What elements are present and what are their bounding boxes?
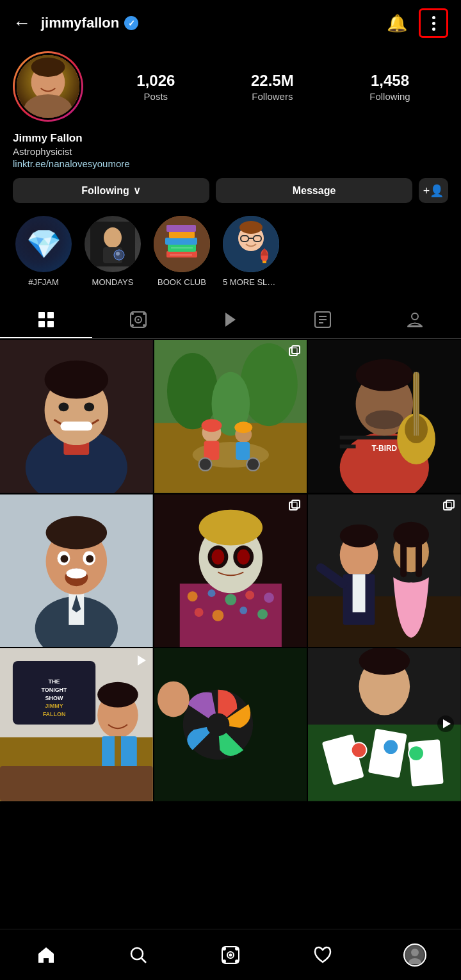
- grid-cell-9[interactable]: [308, 648, 461, 801]
- more-options-button[interactable]: [419, 8, 448, 38]
- grid-cell-3[interactable]: T-BIRD: [308, 340, 461, 493]
- grid-image-7: THE TONIGHT SHOW JIMMY FALLON: [0, 648, 153, 801]
- play-button-icon: [134, 653, 148, 667]
- bottom-spacer: [0, 801, 461, 853]
- grid-cell-8[interactable]: [154, 648, 307, 801]
- svg-point-166: [236, 960, 238, 963]
- svg-point-102: [225, 594, 236, 605]
- svg-point-103: [245, 591, 254, 600]
- svg-point-153: [408, 746, 424, 761]
- svg-point-137: [97, 682, 138, 708]
- grid-cell-4[interactable]: [0, 494, 153, 648]
- tab-reels[interactable]: [92, 302, 184, 338]
- play-button-icon-9: [437, 715, 455, 733]
- add-friend-button[interactable]: +👤: [419, 178, 448, 203]
- svg-point-51: [84, 402, 94, 411]
- posts-label: Posts: [144, 91, 168, 102]
- multi-icon-2: [289, 345, 302, 361]
- svg-point-35: [131, 324, 134, 327]
- following-button[interactable]: Following ∨: [13, 178, 209, 203]
- svg-text:SHOW: SHOW: [45, 695, 63, 701]
- grid-cell-2[interactable]: [154, 340, 307, 493]
- svg-point-112: [211, 549, 224, 564]
- highlights-row: 💎 #JFJAM MONDAYS: [13, 216, 448, 290]
- highlight-label-mondays: MONDAYS: [92, 277, 134, 287]
- top-navigation: ← jimmyfallon ✓ 🔔: [0, 0, 461, 46]
- grid-cell-5[interactable]: [154, 494, 307, 648]
- highlight-mondays[interactable]: MONDAYS: [85, 216, 141, 287]
- svg-rect-13: [169, 231, 195, 238]
- svg-rect-127: [416, 542, 422, 577]
- svg-rect-62: [204, 441, 219, 460]
- following-label: Following: [369, 91, 410, 102]
- action-buttons: Following ∨ Message +👤: [13, 178, 448, 203]
- multi-post-icon-6: [443, 500, 456, 512]
- moresleep-svg: [223, 216, 279, 272]
- svg-point-57: [167, 353, 218, 429]
- message-button[interactable]: Message: [216, 178, 412, 203]
- highlight-label-bookclub: BOOK CLUB: [158, 277, 206, 287]
- svg-rect-54: [292, 346, 300, 354]
- tab-collab[interactable]: [369, 302, 461, 338]
- highlight-moresleep[interactable]: 5 MORE SLEE...: [223, 216, 279, 287]
- svg-point-19: [239, 221, 263, 234]
- photo-grid: T-BIRD: [0, 340, 461, 801]
- dot-1: [432, 16, 435, 19]
- svg-rect-27: [47, 312, 54, 318]
- svg-point-49: [45, 361, 108, 399]
- bio-name: Jimmy Fallon: [13, 132, 448, 145]
- message-label: Message: [293, 185, 336, 196]
- stats-row: 1,026 Posts 22.5M Followers 1,458 Follow…: [99, 72, 448, 102]
- svg-point-50: [58, 402, 69, 411]
- collab-icon: [407, 311, 423, 328]
- notification-bell-icon[interactable]: 🔔: [387, 13, 407, 33]
- avatar: [15, 53, 81, 120]
- followers-stat[interactable]: 22.5M Followers: [251, 72, 294, 102]
- back-button[interactable]: ←: [13, 13, 31, 33]
- highlight-jfjam[interactable]: 💎 #JFJAM: [15, 216, 72, 287]
- grid-cell-7[interactable]: THE TONIGHT SHOW JIMMY FALLON: [0, 648, 153, 801]
- tab-play[interactable]: [184, 302, 277, 338]
- svg-rect-126: [401, 542, 407, 577]
- nav-icons: 🔔: [387, 8, 448, 38]
- svg-rect-26: [38, 312, 45, 318]
- svg-point-33: [131, 313, 134, 315]
- tab-tagged[interactable]: [277, 302, 369, 338]
- svg-point-94: [60, 555, 68, 562]
- svg-rect-43: [407, 325, 423, 327]
- bottom-reels-button[interactable]: [211, 936, 250, 974]
- bottom-profile-button[interactable]: [396, 936, 434, 974]
- video-icon-5: [289, 500, 302, 516]
- bottom-heart-button[interactable]: [303, 936, 342, 974]
- svg-point-164: [236, 947, 238, 950]
- grid-image-1: [0, 340, 153, 493]
- bio-link[interactable]: linktr.ee/nanalovesyoumore: [13, 158, 448, 169]
- svg-text:FALLON: FALLON: [43, 712, 66, 718]
- grid-cell-6[interactable]: [308, 494, 461, 648]
- profile-avatar-icon: [406, 946, 424, 964]
- following-stat[interactable]: 1,458 Following: [369, 72, 410, 102]
- svg-line-159: [142, 958, 146, 963]
- add-friend-icon: +👤: [423, 184, 444, 198]
- avatar-image: [17, 55, 79, 118]
- svg-point-101: [207, 589, 215, 597]
- dot-2: [432, 22, 435, 25]
- mondays-svg: [90, 222, 135, 266]
- avatar-wrapper[interactable]: [13, 51, 83, 122]
- svg-point-107: [239, 607, 247, 614]
- svg-marker-141: [138, 655, 146, 666]
- play-overlay-9: [437, 715, 455, 735]
- verified-badge: ✓: [124, 16, 138, 30]
- tab-grid[interactable]: [0, 302, 92, 338]
- bottom-profile-avatar: [403, 943, 426, 967]
- highlight-bookclub[interactable]: BOOK CLUB: [154, 216, 210, 287]
- svg-text:THE: THE: [49, 678, 60, 685]
- posts-stat[interactable]: 1,026 Posts: [136, 72, 175, 102]
- grid-image-4: [0, 494, 153, 648]
- grid-cell-1[interactable]: [0, 340, 153, 493]
- svg-rect-12: [165, 238, 197, 245]
- svg-point-168: [411, 949, 419, 956]
- svg-point-106: [212, 610, 223, 621]
- bottom-search-button[interactable]: [119, 936, 158, 974]
- bottom-home-button[interactable]: [27, 936, 65, 974]
